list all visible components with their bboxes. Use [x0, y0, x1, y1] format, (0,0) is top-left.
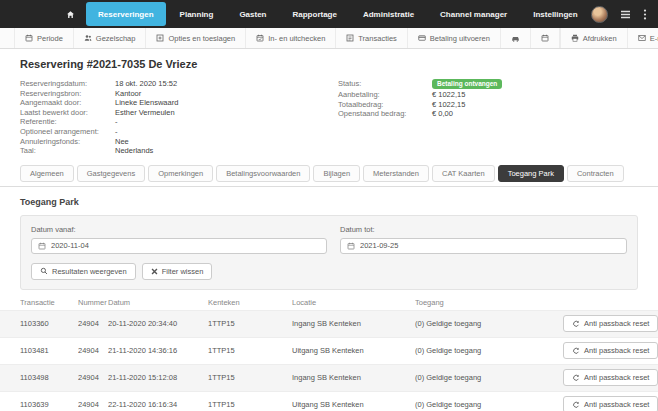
nav-item-rapportage[interactable]: Rapportage — [281, 2, 349, 26]
cell-transactie: 1103360 — [20, 319, 78, 328]
transacties-button[interactable]: Transacties — [336, 28, 408, 48]
cell-toegang: (0) Geldige toegang — [415, 346, 563, 355]
kebab-menu-icon[interactable] — [643, 9, 647, 20]
car-button[interactable] — [501, 28, 531, 48]
cell-nummer: 24904 — [78, 400, 108, 409]
clear-filter-button[interactable]: Filter wissen — [142, 263, 213, 280]
field-totaalbedrag: Totaalbedrag: € 1022,15 — [338, 100, 638, 110]
date-from-field[interactable] — [31, 238, 327, 254]
table-row: 1103498 24904 21-11-2020 15:12:08 1TTP15… — [0, 364, 658, 391]
topnav-right-controls — [591, 6, 658, 23]
email-label: E-mail — [650, 34, 658, 43]
refresh-icon — [572, 401, 580, 409]
tab-gastgegevens[interactable]: Gastgegevens — [77, 165, 145, 182]
periode-button[interactable]: Periode — [14, 28, 74, 48]
in-en-uitchecken-button[interactable]: In- en uitchecken — [246, 28, 336, 48]
gezelschap-label: Gezelschap — [96, 34, 136, 43]
clear-filter-label: Filter wissen — [162, 267, 204, 276]
cell-toegang: (0) Geldige toegang — [415, 400, 563, 409]
afdrukken-button[interactable]: Afdrukken — [560, 28, 628, 48]
date-to-input[interactable] — [360, 241, 620, 250]
field-status: Status: Betaling ontvangen — [338, 79, 638, 89]
betaling-uitvoeren-button[interactable]: Betaling uitvoeren — [408, 28, 501, 48]
table-row: 1103481 24904 21-11-2020 14:36:16 1TTP15… — [0, 337, 658, 364]
anti-passback-reset-button[interactable]: Anti passback reset — [563, 396, 658, 411]
date-to-field[interactable] — [340, 238, 627, 254]
field-label: Status: — [338, 79, 432, 89]
field-label: Aanbetaling: — [338, 90, 432, 100]
cell-kenteken: 1TTP15 — [208, 400, 292, 409]
nav-item-channel-manager[interactable]: Channel manager — [428, 2, 519, 26]
anti-passback-reset-button[interactable]: Anti passback reset — [563, 369, 658, 386]
action-toolbar: Periode Gezelschap Opties en toeslagen I… — [0, 28, 658, 49]
cell-locatie: Ingang SB Kenteken — [292, 373, 415, 382]
calendar-button[interactable] — [531, 28, 560, 48]
opties-en-toeslagen-label: Opties en toeslagen — [168, 34, 235, 43]
home-icon[interactable] — [56, 0, 85, 28]
field-label: Annuleringsfonds: — [20, 137, 115, 147]
gezelschap-button[interactable]: Gezelschap — [74, 28, 147, 48]
nav-item-planning[interactable]: Planning — [168, 2, 226, 26]
field-openstaand-bedrag: Openstaand bedrag: € 0,00 — [338, 109, 638, 119]
tab-bijlagen[interactable]: Bijlagen — [313, 165, 360, 182]
table-row: 1103639 24904 22-11-2020 16:16:34 1TTP15… — [0, 391, 658, 411]
x-icon — [151, 268, 158, 275]
nav-item-administratie[interactable]: Administratie — [351, 2, 426, 26]
tab-algemeen[interactable]: Algemeen — [20, 165, 74, 182]
date-from-input[interactable] — [51, 241, 320, 250]
afdrukken-label: Afdrukken — [583, 34, 617, 43]
menu-icon[interactable] — [620, 10, 631, 19]
field-reserveringsdatum: Reserveringsdatum: 18 okt. 2020 15:52 — [20, 79, 338, 89]
field-value: € 1022,15 — [432, 90, 465, 100]
calendar-icon — [347, 242, 355, 250]
user-avatar[interactable] — [591, 6, 608, 23]
field-label: Reserveringsdatum: — [20, 79, 115, 89]
nav-item-gasten[interactable]: Gasten — [227, 2, 278, 26]
refresh-icon — [572, 347, 580, 355]
tab-betalingsvoorwaarden[interactable]: Betalingsvoorwaarden — [216, 165, 310, 182]
tab-opmerkingen[interactable]: Opmerkingen — [148, 165, 213, 182]
reservation-info-left: Reserveringsdatum: 18 okt. 2020 15:52 Re… — [20, 79, 338, 156]
nav-item-reserveringen[interactable]: Reserveringen — [86, 2, 166, 26]
show-results-button[interactable]: Resultaten weergeven — [31, 263, 136, 280]
calendar-icon — [38, 242, 46, 250]
cell-datum: 22-11-2020 16:16:34 — [108, 400, 208, 409]
calendar-icon — [541, 34, 549, 42]
cell-transactie: 1103481 — [20, 346, 78, 355]
cell-locatie: Ingang SB Kenteken — [292, 319, 415, 328]
col-datum: Datum — [108, 298, 208, 307]
transacties-label: Transacties — [358, 34, 397, 43]
field-label: Laatst bewerkt door: — [20, 108, 115, 118]
field-value: Kantoor — [115, 89, 141, 99]
cell-nummer: 24904 — [78, 373, 108, 382]
cell-locatie: Uitgang SB Kenteken — [292, 346, 415, 355]
cell-datum: 20-11-2020 20:34:40 — [108, 319, 208, 328]
col-transactie: Transactie — [20, 298, 78, 307]
tab-cat-kaarten[interactable]: CAT Kaarten — [432, 165, 495, 182]
nav-item-instellingen[interactable]: Instellingen — [521, 2, 589, 26]
anti-passback-reset-button[interactable]: Anti passback reset — [563, 315, 658, 332]
email-button[interactable]: E-mail — [628, 28, 658, 48]
date-from-label: Datum vanaf: — [31, 225, 327, 234]
transactions-icon — [346, 34, 354, 42]
page-title: Reservering #2021-7035 De Vrieze — [20, 58, 638, 70]
calendar-check-icon — [256, 34, 264, 42]
field-label: Taal: — [20, 146, 115, 156]
col-nummer: Nummer — [78, 298, 108, 307]
cell-transactie: 1103639 — [20, 400, 78, 409]
field-value: Nederlands — [115, 146, 153, 156]
reservation-info-right: Status: Betaling ontvangen Aanbetaling: … — [338, 79, 638, 156]
field-reserveringsbron: Reserveringsbron: Kantoor — [20, 89, 338, 99]
field-annuleringsfonds: Annuleringsfonds: Nee — [20, 137, 338, 147]
field-value: € 0,00 — [432, 109, 453, 119]
field-label: Optioneel arrangement: — [20, 127, 115, 137]
tab-meterstanden[interactable]: Meterstanden — [363, 165, 429, 182]
tab-contracten[interactable]: Contracten — [567, 165, 624, 182]
tab-toegang-park[interactable]: Toegang Park — [498, 165, 564, 182]
field-optioneel-arrangement: Optioneel arrangement: - — [20, 127, 338, 137]
cell-toegang: (0) Geldige toegang — [415, 373, 563, 382]
table-header-row: Transactie Nummer Datum Kenteken Locatie… — [0, 295, 658, 310]
car-icon — [511, 34, 520, 43]
opties-en-toeslagen-button[interactable]: Opties en toeslagen — [146, 28, 246, 48]
anti-passback-reset-button[interactable]: Anti passback reset — [563, 342, 658, 359]
